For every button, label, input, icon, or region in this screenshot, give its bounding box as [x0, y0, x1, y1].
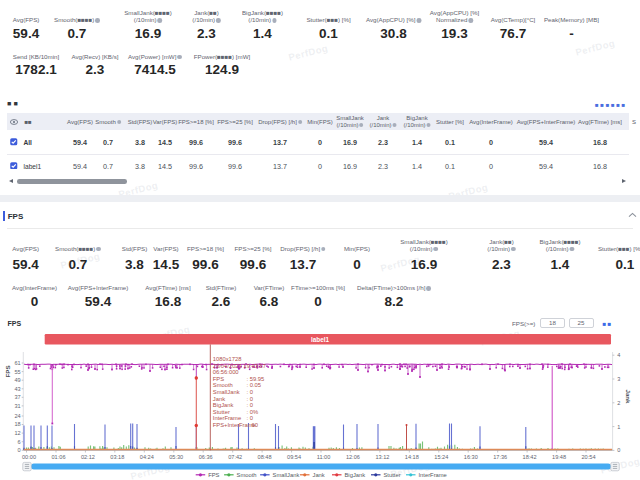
- svg-text:FPS: FPS: [208, 472, 219, 478]
- svg-text:0: 0: [617, 447, 620, 453]
- svg-text:FPS: FPS: [213, 376, 224, 382]
- svg-text:06:36: 06:36: [199, 454, 213, 460]
- svg-text:Stutter: Stutter: [384, 472, 401, 478]
- svg-text:55: 55: [14, 369, 20, 375]
- svg-text:: 0: : 0: [247, 415, 253, 421]
- svg-text:: 0: : 0: [247, 389, 253, 395]
- svg-text:07:42: 07:42: [228, 454, 242, 460]
- svg-text:Jank: Jank: [213, 396, 225, 402]
- svg-text:08:48: 08:48: [258, 454, 272, 460]
- svg-text:SmallJank: SmallJank: [213, 389, 240, 395]
- svg-text:2: 2: [617, 400, 620, 406]
- svg-text:14:18: 14:18: [405, 454, 419, 460]
- svg-text:19:48: 19:48: [552, 454, 566, 460]
- svg-text:InterFrame: InterFrame: [213, 415, 241, 421]
- svg-text:12: 12: [14, 430, 20, 436]
- svg-text:20:54: 20:54: [582, 454, 596, 460]
- svg-text:0: 0: [18, 447, 21, 453]
- svg-text:3: 3: [617, 376, 620, 382]
- svg-text:12:06: 12:06: [346, 454, 360, 460]
- svg-text:: 0%: : 0%: [247, 409, 259, 415]
- svg-text:18: 18: [14, 421, 20, 427]
- svg-text:60: 60: [252, 422, 258, 428]
- svg-text:1: 1: [617, 424, 620, 430]
- svg-text:49: 49: [14, 377, 20, 383]
- svg-text:05:30: 05:30: [169, 454, 183, 460]
- svg-text:13:12: 13:12: [375, 454, 389, 460]
- svg-text:04:24: 04:24: [140, 454, 154, 460]
- svg-text:4: 4: [617, 352, 620, 358]
- svg-text:24: 24: [14, 413, 20, 419]
- svg-text:: 59.95: : 59.95: [247, 376, 265, 382]
- svg-text:: 0: : 0: [247, 396, 253, 402]
- svg-text:Smooth: Smooth: [237, 472, 257, 478]
- svg-text:Stutter: Stutter: [213, 409, 230, 415]
- svg-text:Jank: Jank: [313, 472, 325, 478]
- svg-text:InterFrame: InterFrame: [419, 472, 447, 478]
- svg-text:61: 61: [14, 360, 20, 366]
- svg-text:FPS: FPS: [4, 365, 11, 377]
- svg-text:16:30: 16:30: [464, 454, 478, 460]
- svg-text:06:56:000: 06:56:000: [213, 369, 239, 375]
- svg-text:FPS+InterFrame: FPS+InterFrame: [213, 422, 256, 428]
- svg-text:1080x1728: 1080x1728: [213, 356, 242, 362]
- svg-text:6: 6: [18, 439, 21, 445]
- svg-text:01:06: 01:06: [52, 454, 66, 460]
- svg-text:03:18: 03:18: [110, 454, 124, 460]
- svg-text:23/04/2023 19:43:57: 23/04/2023 19:43:57: [213, 363, 266, 369]
- svg-text:: 0.05: : 0.05: [247, 382, 262, 388]
- svg-text:11:00: 11:00: [317, 454, 331, 460]
- svg-text:43: 43: [14, 386, 20, 392]
- svg-text:00:00: 00:00: [22, 454, 36, 460]
- svg-text:SmallJank: SmallJank: [273, 472, 300, 478]
- svg-text:Smooth: Smooth: [213, 382, 233, 388]
- svg-text:02:12: 02:12: [81, 454, 95, 460]
- svg-text:09:54: 09:54: [287, 454, 301, 460]
- svg-text:BigJank: BigJank: [213, 402, 234, 408]
- svg-text:Jank: Jank: [625, 389, 632, 404]
- svg-text:15:24: 15:24: [434, 454, 448, 460]
- svg-text:31: 31: [14, 403, 20, 409]
- svg-text:label1: label1: [311, 336, 330, 343]
- svg-text:BigJank: BigJank: [345, 472, 366, 478]
- svg-text:37: 37: [14, 394, 20, 400]
- svg-text:: 0: : 0: [247, 402, 253, 408]
- svg-text:17:36: 17:36: [493, 454, 507, 460]
- svg-text:18:42: 18:42: [523, 454, 537, 460]
